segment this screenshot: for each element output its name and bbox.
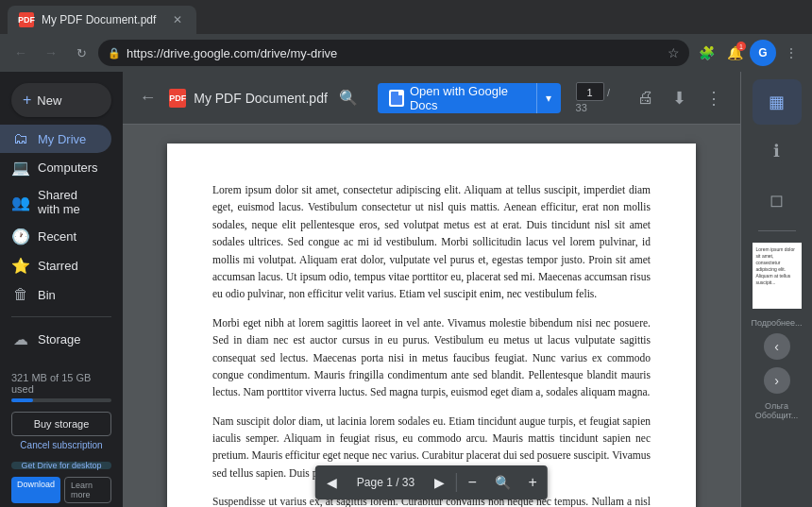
sidebar-item-computers[interactable]: 💻 Computers [0, 153, 111, 182]
pdf-toolbar: ← PDF My PDF Document.pdf 🔍 Open with Go… [123, 72, 740, 125]
docs-icon [389, 90, 404, 107]
sidebar-item-bin[interactable]: 🗑 Bin [0, 280, 111, 309]
extensions-button[interactable]: 🧩 [693, 40, 719, 66]
sidebar-item-label-storage: Storage [38, 332, 81, 346]
new-label: New [37, 93, 61, 108]
bin-icon: 🗑 [11, 286, 30, 303]
sidebar-item-label-computers: Computers [38, 161, 98, 175]
notifications-button[interactable]: 🔔 1 [721, 40, 748, 66]
sidebar-item-label-starred: Starred [38, 259, 78, 273]
page-indicator: Page 1 / 33 [349, 476, 422, 489]
right-panel: ▦ ℹ ◻ Lorem ipsum dolor sit amet, consec… [740, 72, 812, 507]
sidebar-item-my-drive[interactable]: 🗂 My Drive [0, 125, 111, 153]
docs-icon-inner [391, 92, 402, 105]
zoom-in-button[interactable]: + [517, 465, 548, 499]
my-drive-icon: 🗂 [11, 130, 30, 147]
lock-icon: 🔒 [108, 47, 121, 59]
download-pdf-button[interactable]: ⬇ [665, 81, 695, 115]
open-with-inner: Open with Google Docs [389, 83, 525, 113]
sidebar-item-label-recent: Recent [38, 229, 76, 244]
forward-button[interactable]: → [38, 40, 64, 66]
tab-favicon: PDF [19, 12, 34, 27]
sidebar-item-label-my-drive: My Drive [38, 132, 86, 146]
pdf-title: My PDF Document.pdf [194, 91, 328, 106]
sidebar-item-shared[interactable]: 👥 Shared with me [0, 182, 111, 222]
open-with-label: Open with Google Docs [410, 84, 525, 112]
open-with-dropdown-button[interactable]: ▾ [536, 83, 560, 113]
open-with-group: Open with Google Docs ▾ [378, 83, 561, 113]
nav-bar: ← → ↻ 🔒 https://drive.google.com/drive/m… [0, 34, 812, 72]
recent-icon: 🕐 [11, 228, 30, 245]
sidebar-item-label-bin: Bin [38, 288, 56, 302]
storage-bar-fill [11, 398, 33, 402]
refresh-button[interactable]: ↻ [68, 40, 94, 66]
view-icon: ◻ [770, 190, 784, 211]
desktop-app-actions: Download Learn more [0, 473, 123, 507]
learn-more-button[interactable]: Learn more [64, 477, 111, 503]
print-button[interactable]: 🖨 [631, 81, 661, 115]
sidebar-item-storage[interactable]: ☁ Storage [0, 325, 111, 354]
computers-icon: 💻 [11, 159, 30, 177]
pdf-search-button[interactable]: 🔍 [335, 83, 363, 113]
zoom-out-button[interactable]: − [457, 465, 487, 499]
pdf-page: Lorem ipsum dolor sit amet, consectetur … [167, 144, 696, 507]
info-icon: ℹ [773, 141, 780, 161]
right-panel-prev-button[interactable]: ‹ [764, 333, 790, 360]
tab-close-button[interactable]: ✕ [170, 12, 185, 27]
more-options-button[interactable]: ⋮ [699, 81, 729, 115]
sidebar-item-starred[interactable]: ⭐ Starred [0, 251, 111, 280]
right-panel-view-button[interactable]: ◻ [753, 177, 802, 223]
thumbnail-label-2: Ольга Обобщит... [741, 399, 812, 422]
address-bar[interactable]: 🔒 https://drive.google.com/drive/my-driv… [98, 40, 689, 66]
open-with-docs-button[interactable]: Open with Google Docs [378, 83, 536, 113]
active-tab[interactable]: PDF My PDF Document.pdf ✕ [8, 6, 196, 34]
paragraph-1: Lorem ipsum dolor sit amet, consectetur … [212, 181, 651, 303]
right-panel-info-button[interactable]: ℹ [753, 128, 802, 174]
right-panel-next-button[interactable]: › [764, 367, 790, 394]
prev-page-button[interactable]: ◀ [315, 465, 349, 499]
page-controls-container: ◀ Page 1 / 33 ▶ − 🔍 + [123, 492, 740, 507]
menu-button[interactable]: ⋮ [778, 40, 804, 66]
page-number-display: 1 / 33 [568, 82, 627, 114]
pages-icon: ▦ [769, 92, 785, 112]
thumbnail-label-1: Подробнее... [751, 318, 802, 328]
pdf-viewer[interactable]: Lorem ipsum dolor sit amet, consectetur … [123, 125, 740, 507]
shared-icon: 👥 [11, 194, 30, 211]
pdf-container: ← PDF My PDF Document.pdf 🔍 Open with Go… [123, 72, 740, 507]
nav-right-buttons: 🧩 🔔 1 G ⋮ [693, 40, 804, 66]
get-drive-desktop-btn[interactable]: Get Drive for desktop [11, 462, 111, 469]
storage-bar [11, 398, 111, 402]
browser-chrome: PDF My PDF Document.pdf ✕ ← → ↻ 🔒 https:… [0, 0, 812, 72]
new-button[interactable]: + New [11, 83, 111, 117]
sidebar-divider [11, 316, 111, 317]
bookmark-icon[interactable]: ☆ [668, 45, 680, 60]
cancel-subscription-link[interactable]: Cancel subscription [11, 440, 111, 450]
right-panel-divider [758, 230, 796, 231]
plus-icon: + [23, 92, 31, 109]
main-area: + New 🗂 My Drive 💻 Computers 👥 Shared wi… [0, 72, 812, 507]
address-text: https://drive.google.com/drive/my-drive [127, 46, 662, 60]
storage-icon: ☁ [11, 330, 30, 348]
sidebar: + New 🗂 My Drive 💻 Computers 👥 Shared wi… [0, 72, 123, 507]
notif-badge: 1 [736, 42, 746, 51]
buy-storage-button[interactable]: Buy storage [11, 412, 111, 436]
starred-icon: ⭐ [11, 257, 30, 275]
paragraph-2: Morbi eget nibh at lorem sagittis laoree… [212, 314, 651, 401]
zoom-search-button[interactable]: 🔍 [487, 465, 517, 499]
toolbar-right-buttons: 1 / 33 🖨 ⬇ ⋮ [568, 81, 729, 115]
next-page-button[interactable]: ▶ [422, 465, 456, 499]
back-button[interactable]: ← [8, 40, 34, 66]
tab-bar: PDF My PDF Document.pdf ✕ [0, 0, 812, 34]
profile-button[interactable]: G [750, 40, 776, 66]
sidebar-item-label-shared: Shared with me [38, 188, 100, 216]
right-panel-pages-button[interactable]: ▦ [753, 79, 802, 125]
page-thumbnail[interactable]: Lorem ipsum dolor sit amet, consectetur … [753, 243, 802, 309]
download-button[interactable]: Download [11, 477, 60, 503]
pdf-page-controls: ◀ Page 1 / 33 ▶ − 🔍 + [315, 465, 548, 499]
pdf-favicon: PDF [169, 89, 186, 108]
sidebar-item-recent[interactable]: 🕐 Recent [0, 222, 111, 251]
thumbnail-text: Lorem ipsum dolor sit amet, consectetur … [756, 246, 798, 286]
storage-section: 321 MB of 15 GB used Buy storage Cancel … [0, 364, 123, 458]
storage-label: 321 MB of 15 GB used [11, 372, 111, 395]
pdf-back-button[interactable]: ← [134, 83, 161, 113]
